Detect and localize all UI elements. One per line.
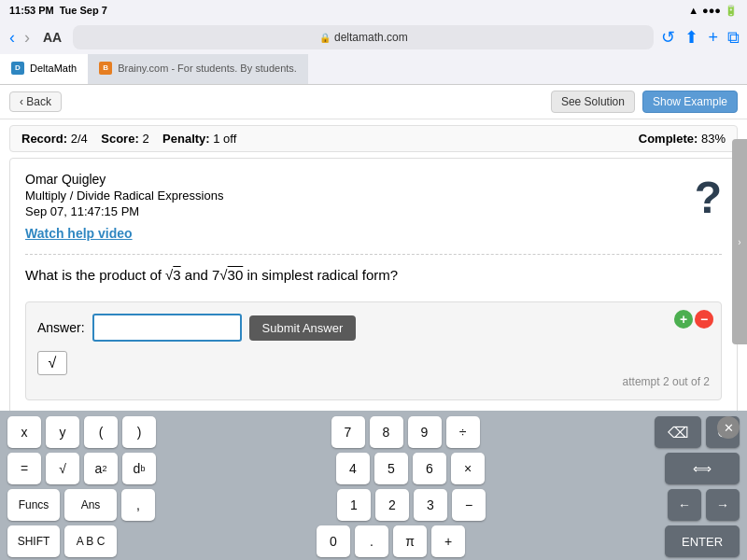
tab-deltamath[interactable]: D DeltaMath [0, 54, 88, 84]
key-comma[interactable]: , [121, 489, 155, 521]
math-sqrt3: √3 [165, 267, 181, 283]
math-7sqrt30: 7√30 [212, 267, 243, 283]
key-left-arrow[interactable]: ← [668, 489, 701, 521]
deltamath-favicon: D [11, 62, 24, 75]
key-2[interactable]: 2 [375, 489, 409, 521]
refresh-button[interactable]: ↺ [661, 27, 675, 48]
keyboard-row-2: = √ a2 db 4 5 6 × ⟺ [7, 453, 740, 484]
key-plus[interactable]: + [431, 525, 465, 557]
submit-answer-button[interactable]: Submit Answer [249, 315, 357, 341]
key-enter[interactable]: ENTER [665, 525, 740, 557]
key-dot[interactable]: . [355, 525, 388, 557]
zoom-plus-button[interactable]: + [674, 310, 693, 329]
browser-actions: ↺ ⬆ + ⧉ [661, 27, 740, 48]
complete-info: Complete: 83% [639, 132, 726, 146]
browser-tabs: D DeltaMath B Brainy.com - For students.… [0, 54, 747, 84]
key-a-squared[interactable]: a2 [84, 453, 118, 484]
key-x[interactable]: x [7, 416, 41, 448]
key-divide[interactable]: ÷ [446, 416, 480, 448]
kb-section-right-2: ⟺ [665, 453, 740, 484]
key-right-arrow[interactable]: → [706, 489, 740, 521]
help-video-link[interactable]: Watch help video [25, 226, 722, 241]
back-nav-button[interactable]: ‹ [7, 28, 17, 48]
key-open-paren[interactable]: ( [84, 416, 118, 448]
record-value: 2/4 [71, 132, 88, 146]
key-minus[interactable]: − [452, 489, 486, 521]
tab-deltamath-label: DeltaMath [30, 63, 77, 74]
key-abc[interactable]: A B C [64, 525, 117, 557]
tab-brainy[interactable]: B Brainy.com - For students. By students… [88, 54, 308, 84]
kb-section-left-4: SHIFT A B C [7, 525, 117, 557]
url-bar[interactable]: 🔒 deltamath.com [73, 25, 654, 49]
complete-label: Complete: [639, 132, 698, 146]
penalty-label: Penalty: [162, 132, 210, 146]
key-7[interactable]: 7 [331, 416, 365, 448]
lock-icon: 🔒 [319, 33, 331, 43]
student-name: Omar Quigley [25, 172, 722, 187]
question-mark-icon: ? [695, 172, 722, 223]
key-backspace[interactable]: ⌫ [655, 416, 701, 448]
key-y[interactable]: y [46, 416, 79, 448]
status-time: 11:53 PM [9, 5, 54, 16]
key-ans[interactable]: Ans [64, 489, 117, 521]
kb-section-mid-4: 0 . π + [317, 525, 465, 557]
scroll-hint-arrow: › [738, 237, 740, 247]
key-3[interactable]: 3 [414, 489, 447, 521]
show-example-button[interactable]: Show Example [642, 91, 738, 113]
kb-section-left-3: Funcs Ans , [7, 489, 155, 521]
share-button[interactable]: ⬆ [684, 27, 698, 48]
keyboard-row-4: SHIFT A B C 0 . π + ENTER [7, 525, 740, 557]
key-6[interactable]: 6 [413, 453, 446, 484]
question-card: ? Omar Quigley Multiply / Divide Radical… [9, 158, 738, 412]
key-8[interactable]: 8 [370, 416, 403, 448]
record-label: Record: [21, 132, 67, 146]
kb-section-left-2: = √ a2 db [7, 453, 156, 484]
wifi-icon: ▲ [688, 5, 698, 16]
main-content: ‹ Back See Solution Show Example Record:… [0, 85, 747, 412]
key-equals[interactable]: = [7, 453, 41, 484]
reader-mode-button[interactable]: AA [39, 30, 65, 45]
key-close-paren[interactable]: ) [122, 416, 156, 448]
key-4[interactable]: 4 [336, 453, 370, 484]
keyboard-close-button[interactable]: ✕ [717, 416, 740, 439]
sqrt-button[interactable]: √ [37, 351, 67, 375]
kb-section-mid-2: 4 5 6 × [336, 453, 485, 484]
key-funcs[interactable]: Funcs [7, 489, 60, 521]
nav-buttons: ‹ › [7, 28, 32, 48]
key-5[interactable]: 5 [374, 453, 408, 484]
key-0[interactable]: 0 [317, 525, 350, 557]
key-multiply[interactable]: × [451, 453, 485, 484]
page-toolbar: ‹ Back See Solution Show Example [0, 85, 747, 119]
key-shift[interactable]: SHIFT [7, 525, 60, 557]
timestamp: Sep 07, 11:47:15 PM [25, 204, 722, 218]
sqrt-symbol: √ [49, 355, 57, 371]
key-double-arrow[interactable]: ⟺ [665, 453, 740, 484]
key-sqrt[interactable]: √ [46, 453, 79, 484]
brainy-favicon: B [99, 62, 112, 75]
see-solution-button[interactable]: See Solution [551, 91, 635, 113]
math-keyboard: ✕ x y ( ) 7 8 9 ÷ ⌫ ⊘ = √ a2 db 4 5 [0, 411, 747, 560]
new-tab-button[interactable]: + [708, 27, 718, 48]
battery-icon: 🔋 [725, 5, 738, 17]
status-date: Tue Sep 7 [60, 5, 107, 16]
key-pi[interactable]: π [393, 525, 427, 557]
keyboard-row-3: Funcs Ans , 1 2 3 − ← → [7, 489, 740, 521]
status-bar: 11:53 PM Tue Sep 7 ▲ ●●● 🔋 [0, 0, 747, 21]
zoom-controls: + − [674, 310, 713, 329]
forward-nav-button[interactable]: › [22, 28, 32, 48]
url-display: deltamath.com [334, 31, 408, 44]
back-button[interactable]: ‹ Back [9, 91, 62, 112]
score-value: 2 [142, 132, 148, 146]
zoom-minus-button[interactable]: − [695, 310, 713, 329]
attempt-text: attempt 2 out of 2 [37, 375, 710, 388]
score-label: Score: [101, 132, 138, 146]
scroll-hint[interactable]: › [732, 139, 747, 344]
question-text: What is the product of √3 and 7√30 in si… [25, 264, 722, 287]
tab-brainy-label: Brainy.com - For students. By students. [118, 63, 297, 74]
key-d-power-b[interactable]: db [122, 453, 156, 484]
keyboard-row-1: x y ( ) 7 8 9 ÷ ⌫ ⊘ [7, 416, 740, 448]
key-9[interactable]: 9 [408, 416, 442, 448]
tabs-button[interactable]: ⧉ [727, 27, 740, 48]
key-1[interactable]: 1 [337, 489, 371, 521]
answer-input[interactable] [92, 314, 242, 342]
